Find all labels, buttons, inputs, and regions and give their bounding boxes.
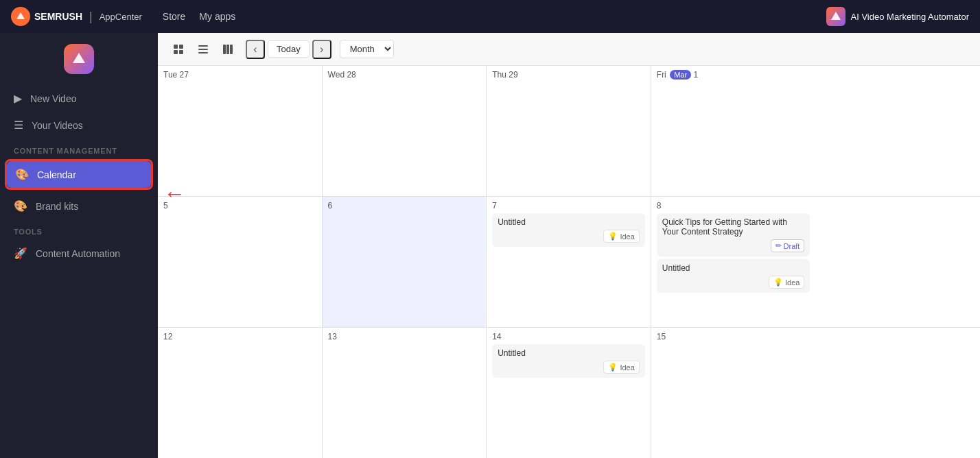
ai-tool-name: AI Video Marketing Automator [851, 12, 969, 22]
week-row-1: Tue 27 Wed 28 Thu 29 Fri Mar 1 [158, 66, 980, 197]
svg-marker-1 [831, 12, 841, 20]
myapps-link[interactable]: My apps [199, 11, 235, 22]
today-button[interactable]: Today [268, 40, 310, 58]
calendar-highlight-border: 🎨 Calendar [5, 159, 153, 190]
day-number: 5 [163, 201, 316, 210]
day-number: 14 [492, 332, 645, 341]
lightbulb3-icon: 💡 [608, 363, 618, 372]
event-card-untitled-14[interactable]: Untitled 💡 Idea [492, 344, 645, 378]
event-tag-idea3: 💡 Idea [603, 361, 639, 374]
semrush-text: SEMRUSH [34, 11, 82, 22]
tag-label: Idea [785, 278, 800, 287]
palette2-icon: 🎨 [14, 200, 27, 213]
tag-label: Idea [620, 232, 634, 241]
day-number: 6 [328, 201, 481, 210]
day-number: 15 [657, 332, 810, 341]
top-nav-links: Store My apps [163, 11, 235, 22]
sidebar-item-brand-kits[interactable]: 🎨 Brand kits [0, 193, 158, 219]
palette-icon: 🎨 [15, 168, 29, 181]
day-number: 8 [657, 201, 810, 210]
day-number: Tue 27 [163, 70, 316, 80]
day-cell-15: 15 [651, 328, 816, 458]
day-cell-wed28: Wed 28 [323, 66, 487, 196]
day-cell-fri1: Fri Mar 1 [651, 66, 816, 196]
nav-right: AI Video Marketing Automator [826, 7, 969, 26]
rocket-icon: 🚀 [14, 247, 27, 260]
svg-rect-12 [230, 45, 233, 54]
day-cell-14: 14 Untitled 💡 Idea [487, 328, 651, 458]
event-title: Quick Tips for Getting Started with Your… [662, 217, 805, 237]
grid-view-icon[interactable] [218, 40, 237, 59]
event-title: Untitled [498, 348, 640, 358]
day-cell-8: 8 Quick Tips for Getting Started with Yo… [651, 197, 816, 327]
month-badge: Mar [670, 70, 691, 80]
semrush-logo-icon [11, 7, 30, 26]
event-card-tips[interactable]: Quick Tips for Getting Started with Your… [657, 213, 810, 256]
day-cell-6-today: 6 [323, 197, 487, 327]
event-footer: 💡 Idea [662, 276, 805, 289]
new-video-label: New Video [30, 93, 76, 104]
pencil-icon: ✏ [775, 241, 782, 250]
ai-tool-badge: AI Video Marketing Automator [826, 7, 969, 26]
sidebar-item-new-video[interactable]: ▶ New Video [0, 85, 158, 112]
tools-section: TOOLS [0, 219, 158, 240]
next-month-button[interactable]: › [312, 40, 331, 59]
tag-label: Idea [620, 363, 634, 372]
day-cell-12: 12 [158, 328, 323, 458]
brand-kits-label: Brand kits [36, 201, 78, 212]
svg-rect-8 [198, 49, 208, 50]
svg-rect-9 [198, 52, 208, 53]
event-card-untitled-7[interactable]: Untitled 💡 Idea [492, 213, 645, 247]
brand-logo: SEMRUSH | AppCenter [11, 7, 142, 26]
ai-tool-icon [826, 7, 845, 26]
calendar-toolbar: ‹ Today › Month [158, 33, 980, 66]
event-footer: 💡 Idea [498, 230, 640, 243]
arrow-indicator: ← [163, 182, 185, 204]
event-title: Untitled [498, 217, 640, 227]
sidebar: ▶ New Video ☰ Your Videos CONTENT MANAGE… [0, 33, 158, 458]
day-number: Wed 28 [328, 70, 481, 80]
content-area: ‹ Today › Month Tue 27 Wed 28 Thu 29 [158, 33, 980, 458]
calendar-nav-arrows: ‹ Today › [246, 40, 331, 59]
event-footer: ✏ Draft [662, 239, 805, 252]
day-number: 13 [328, 332, 481, 341]
prev-month-button[interactable]: ‹ [246, 40, 265, 59]
sidebar-item-content-automation[interactable]: 🚀 Content Automation [0, 240, 158, 267]
your-videos-label: Your Videos [32, 120, 83, 131]
event-tag-draft: ✏ Draft [771, 239, 805, 252]
svg-rect-5 [174, 50, 178, 54]
day-cell-13: 13 [323, 328, 487, 458]
sidebar-logo-icon [64, 44, 94, 74]
main-layout: ▶ New Video ☰ Your Videos CONTENT MANAGE… [0, 33, 980, 458]
list-icon: ☰ [14, 119, 23, 132]
sidebar-logo [0, 44, 158, 74]
calendar-label: Calendar [37, 169, 76, 180]
content-management-section: CONTENT MANAGEMENT [0, 138, 158, 159]
lightbulb2-icon: 💡 [773, 278, 783, 287]
day-cell-thu29: Thu 29 [487, 66, 651, 196]
play-icon: ▶ [14, 92, 22, 105]
store-link[interactable]: Store [163, 11, 185, 22]
sidebar-item-calendar[interactable]: 🎨 Calendar [7, 161, 151, 188]
day-cell-tue27: Tue 27 [158, 66, 323, 196]
content-automation-label: Content Automation [36, 248, 120, 259]
svg-rect-3 [174, 45, 178, 49]
lightbulb-icon: 💡 [608, 232, 618, 241]
day-number: 12 [163, 332, 316, 341]
sidebar-item-your-videos[interactable]: ☰ Your Videos [0, 112, 158, 138]
svg-rect-6 [179, 50, 183, 54]
tag-label: Draft [784, 242, 800, 250]
day-cell-5: 5 [158, 197, 323, 327]
event-footer: 💡 Idea [498, 361, 640, 374]
svg-rect-11 [226, 45, 229, 54]
event-card-untitled-8[interactable]: Untitled 💡 Idea [657, 259, 810, 293]
day-number: 7 [492, 201, 645, 210]
day-cell-7: 7 Untitled 💡 Idea [487, 197, 651, 327]
list-view-icon[interactable] [194, 40, 213, 59]
svg-rect-7 [198, 45, 208, 47]
event-title: Untitled [662, 263, 805, 273]
svg-rect-10 [223, 45, 226, 54]
calendar-view-month-icon[interactable] [169, 40, 188, 59]
event-tag-idea: 💡 Idea [603, 230, 639, 243]
month-select[interactable]: Month [340, 40, 394, 58]
